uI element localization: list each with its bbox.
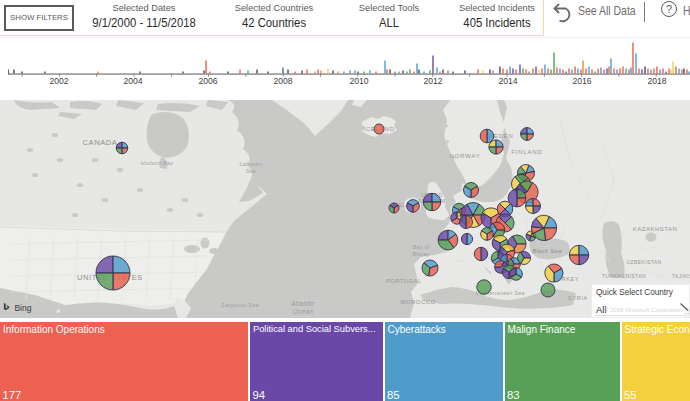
svg-text:2012: 2012 [423, 76, 442, 86]
svg-text:2018: 2018 [647, 76, 666, 86]
svg-text:2008: 2008 [273, 76, 292, 86]
svg-text:2004: 2004 [123, 76, 142, 86]
svg-text:FINLAND: FINLAND [511, 149, 542, 155]
svg-text:2014: 2014 [498, 76, 517, 86]
svg-text:Sargasso Sea: Sargasso Sea [221, 302, 258, 308]
svg-text:NORWAY: NORWAY [449, 153, 480, 159]
svg-text:UZBEKISTAN: UZBEKISTAN [626, 259, 661, 265]
svg-text:Atlantic: Atlantic [290, 300, 315, 307]
svg-text:TURKMENISTAN: TURKMENISTAN [602, 273, 646, 279]
svg-text:Labrador: Labrador [239, 161, 262, 167]
svg-text:KAZAKHSTAN: KAZAKHSTAN [633, 226, 678, 232]
svg-text:2006: 2006 [198, 76, 217, 86]
svg-text:Biscay: Biscay [412, 251, 430, 257]
svg-text:MOROCCO: MOROCCO [400, 299, 436, 305]
svg-text:SYRIA: SYRIA [568, 295, 588, 301]
svg-text:CANADA: CANADA [83, 138, 118, 147]
svg-text:2002: 2002 [49, 76, 68, 86]
svg-text:Bay of: Bay of [412, 244, 429, 250]
svg-text:TAJIKIST: TAJIKIST [672, 273, 690, 279]
svg-text:Black Sea: Black Sea [532, 248, 562, 254]
svg-text:Sea: Sea [246, 168, 256, 174]
svg-text:2010: 2010 [349, 76, 368, 86]
svg-text:Ocean: Ocean [293, 308, 313, 315]
svg-text:PORTUGAL: PORTUGAL [386, 278, 421, 284]
svg-text:Hudson Bay: Hudson Bay [141, 160, 173, 166]
svg-text:2016: 2016 [572, 76, 591, 86]
